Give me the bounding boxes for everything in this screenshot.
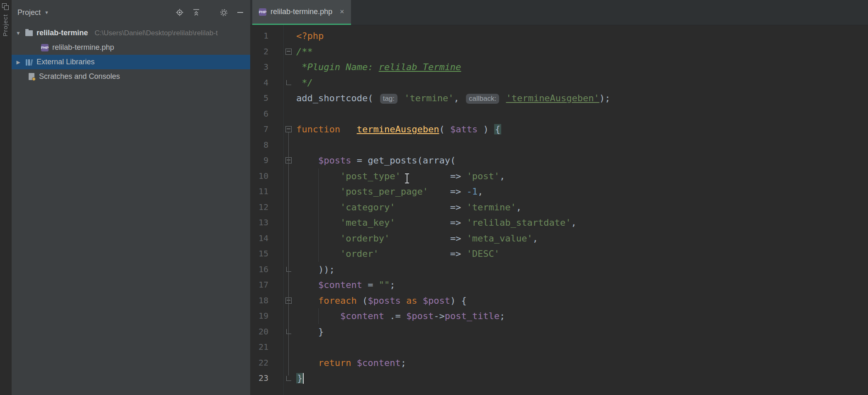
- project-tool-window-stripe-button[interactable]: Project: [2, 14, 9, 37]
- fold-column[interactable]: [283, 49, 294, 55]
- code-line[interactable]: 2/**: [250, 44, 868, 60]
- scratches-label: Scratches and Consoles: [39, 72, 120, 81]
- code-line[interactable]: 20 }: [250, 324, 868, 340]
- chevron-right-icon[interactable]: ▶: [15, 59, 22, 65]
- php-file-icon: PHP: [259, 8, 266, 16]
- mouse-cursor-ibeam: [404, 173, 410, 183]
- code-text: add_shortcode( tag: 'termine', callback:…: [294, 90, 610, 106]
- line-number[interactable]: 10: [250, 168, 268, 184]
- code-line[interactable]: 13 'meta_key' => 'relilab_startdate',: [250, 215, 868, 231]
- code-text: 'meta_key' => 'relilab_startdate',: [294, 215, 577, 231]
- code-lines: 1<?php2/**3 *Plugin Name: relilab Termin…: [250, 25, 868, 386]
- tree-row-project-root[interactable]: ▼ relilab-termine C:\Users\Daniel\Deskto…: [12, 26, 250, 40]
- code-text: 'post_type' => 'post',: [294, 168, 505, 184]
- project-view-dropdown[interactable]: Project ▼: [17, 8, 49, 17]
- code-line[interactable]: 18 foreach ($posts as $post) {: [250, 293, 868, 309]
- tool-windows-icon[interactable]: [2, 3, 9, 10]
- line-number[interactable]: 15: [250, 246, 268, 262]
- line-number[interactable]: 7: [250, 122, 268, 137]
- line-number[interactable]: 16: [250, 262, 268, 278]
- project-root-path: C:\Users\Daniel\Desktop\relilab\relilab-…: [95, 29, 218, 37]
- line-number[interactable]: 19: [250, 308, 268, 324]
- line-number[interactable]: 3: [250, 59, 268, 75]
- fold-column[interactable]: [283, 376, 294, 381]
- code-text: 'category' => 'termine',: [294, 200, 522, 215]
- line-number[interactable]: 4: [250, 75, 268, 91]
- tree-row-scratches[interactable]: Scratches and Consoles: [12, 69, 250, 84]
- hide-panel-button[interactable]: [235, 7, 245, 17]
- code-text: ));: [294, 262, 335, 278]
- code-line[interactable]: 21: [250, 339, 868, 355]
- code-line[interactable]: 19 $content .= $post->post_title;: [250, 308, 868, 324]
- line-number[interactable]: 2: [250, 44, 268, 60]
- code-text: <?php: [294, 28, 324, 44]
- project-tree: ▼ relilab-termine C:\Users\Daniel\Deskto…: [12, 25, 250, 84]
- code-line[interactable]: 23}: [250, 371, 868, 386]
- line-number[interactable]: 8: [250, 137, 268, 153]
- line-number[interactable]: 5: [250, 90, 268, 106]
- editor-tab-relilab-termine[interactable]: PHP relilab-termine.php ×: [252, 0, 351, 25]
- code-line[interactable]: 1<?php: [250, 28, 868, 44]
- code-text: return $content;: [294, 355, 406, 371]
- collapse-all-button[interactable]: [191, 7, 201, 17]
- indent-guide: [318, 308, 319, 324]
- code-text: /**: [294, 44, 313, 60]
- php-file-icon: PHP: [41, 44, 49, 52]
- code-line[interactable]: 7function termineAusgeben( $atts ) {: [250, 122, 868, 137]
- fold-column[interactable]: [283, 126, 294, 132]
- fold-region-line: [288, 132, 289, 375]
- tree-row-external-libraries[interactable]: ▶ External Libraries: [12, 55, 250, 69]
- code-line[interactable]: 3 *Plugin Name: relilab Termine: [250, 59, 868, 75]
- code-line[interactable]: 14 'orderby' => 'meta_value',: [250, 231, 868, 246]
- fold-column[interactable]: [283, 80, 294, 85]
- code-line[interactable]: 8: [250, 137, 868, 153]
- tree-row-php-file[interactable]: PHP relilab-termine.php: [12, 40, 250, 55]
- line-number[interactable]: 17: [250, 277, 268, 293]
- line-number[interactable]: 12: [250, 200, 268, 215]
- code-line[interactable]: 16 ));: [250, 262, 868, 278]
- code-line[interactable]: 11 'posts_per_page' => -1,: [250, 184, 868, 200]
- window-square-icon: [4, 5, 9, 10]
- code-line[interactable]: 6: [250, 106, 868, 122]
- code-line[interactable]: 4 */: [250, 75, 868, 91]
- code-text: $posts = get_posts(array(: [294, 153, 456, 168]
- fold-collapse-icon[interactable]: [285, 49, 292, 55]
- code-line[interactable]: 12 'category' => 'termine',: [250, 200, 868, 215]
- code-text: *Plugin Name: relilab Termine: [294, 59, 461, 75]
- fold-collapse-icon[interactable]: [285, 126, 292, 132]
- line-number[interactable]: 1: [250, 28, 268, 44]
- code-line[interactable]: 22 return $content;: [250, 355, 868, 371]
- close-icon[interactable]: ×: [340, 7, 344, 16]
- fold-end-icon[interactable]: [286, 376, 291, 381]
- project-panel: Project ▼ ▼: [12, 0, 251, 395]
- line-number[interactable]: 13: [250, 215, 268, 231]
- line-number[interactable]: 20: [250, 324, 268, 340]
- line-number[interactable]: 9: [250, 153, 268, 168]
- line-number[interactable]: 22: [250, 355, 268, 371]
- php-file-label: relilab-termine.php: [52, 43, 114, 52]
- code-text: function termineAusgeben( $atts ) {: [294, 122, 501, 137]
- indent-guide: [318, 168, 319, 262]
- line-number[interactable]: 6: [250, 106, 268, 122]
- editor-tab-bar: PHP relilab-termine.php ×: [250, 0, 868, 25]
- line-number[interactable]: 11: [250, 184, 268, 200]
- chevron-down-icon[interactable]: ▼: [15, 30, 22, 36]
- folder-icon: [25, 29, 33, 37]
- line-number[interactable]: 14: [250, 231, 268, 246]
- code-line[interactable]: 5add_shortcode( tag: 'termine', callback…: [250, 90, 868, 106]
- settings-gear-icon[interactable]: [219, 7, 229, 17]
- line-number[interactable]: 21: [250, 339, 268, 355]
- locate-file-button[interactable]: [175, 7, 185, 17]
- code-text: 'posts_per_page' => -1,: [294, 184, 483, 200]
- code-line[interactable]: 15 'order' => 'DESC': [250, 246, 868, 262]
- line-number[interactable]: 23: [250, 371, 268, 386]
- code-line[interactable]: 9 $posts = get_posts(array(: [250, 153, 868, 168]
- code-editor[interactable]: 1<?php2/**3 *Plugin Name: relilab Termin…: [250, 25, 868, 395]
- fold-end-icon[interactable]: [286, 80, 291, 85]
- code-line[interactable]: 10 'post_type' => 'post',: [250, 168, 868, 184]
- code-line[interactable]: 17 $content = "";: [250, 277, 868, 293]
- chevron-down-icon: ▼: [44, 10, 49, 15]
- project-root-label: relilab-termine: [37, 29, 88, 37]
- line-number[interactable]: 18: [250, 293, 268, 309]
- code-text: }: [294, 371, 303, 386]
